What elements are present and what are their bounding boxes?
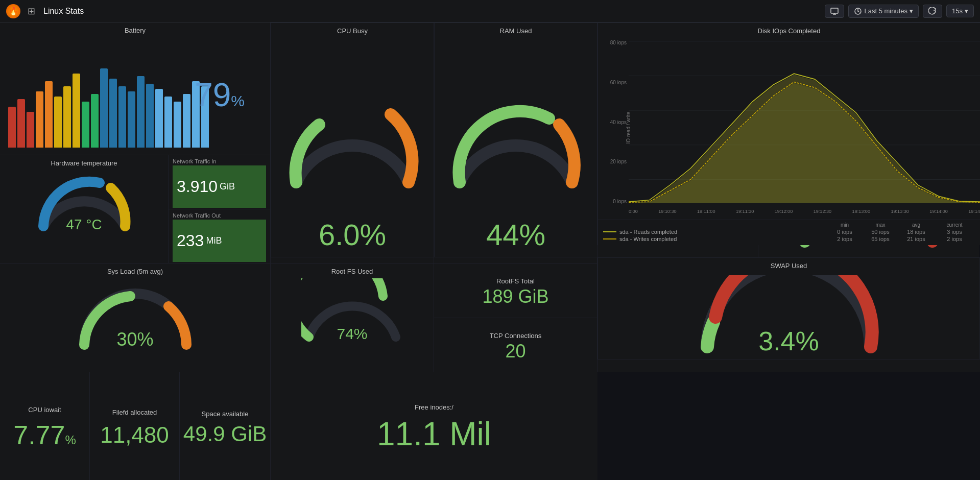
net-out-unit: MiB: [206, 235, 222, 246]
rootfs-tcp-panel: RootFS Total 189 GiB TCP Connections 20: [434, 263, 597, 371]
battery-bar: [8, 107, 16, 148]
disk-iops-y-label: IO read / write: [626, 112, 631, 144]
ram-used-large-gauge: [444, 83, 587, 195]
y-label-20: 20 iops: [602, 159, 627, 164]
app-title: Linux Stats: [43, 7, 84, 16]
disk-iops-title: Disk IOps Completed: [598, 23, 980, 36]
space-value: 49.9 GiB: [183, 422, 267, 446]
filefd-title: Filefd allocated: [112, 404, 157, 417]
swap-used-overlay-title: SWAP Used: [598, 258, 979, 271]
filefd-value: 11,480: [100, 422, 169, 448]
cpu-iowait-value-wrap: 7.77 %: [13, 420, 76, 450]
row-4: CPU iowait 7.77 % Filefd allocated 11,48…: [0, 372, 980, 480]
refresh-interval-button[interactable]: 15s ▾: [946, 5, 974, 17]
battery-bar: [82, 102, 89, 148]
col-avg-header: avg: [898, 222, 934, 228]
free-inodes-title: Free inodes:/: [415, 399, 453, 412]
reads-avg: 18 iops: [898, 229, 934, 235]
col-max-header: max: [863, 222, 898, 228]
battery-bar: [27, 112, 34, 148]
writes-legend-line: [603, 238, 616, 239]
cpu-busy-gauge-wrap: 6.0%: [271, 36, 434, 257]
reads-legend-label: sda - Reads completed: [619, 229, 827, 235]
net-in-value: 3.910: [177, 177, 218, 196]
hw-temp-title: Hardware temperature: [51, 155, 117, 168]
svg-text:19:12:00: 19:12:00: [775, 208, 793, 214]
y-label-0: 0 iops: [602, 199, 627, 204]
svg-text:19:11:30: 19:11:30: [736, 208, 754, 214]
cpu-iowait-title: CPU iowait: [28, 402, 61, 415]
rootfs-used-panel: Root FS Used 74%: [271, 263, 434, 371]
refresh-button[interactable]: [923, 5, 942, 18]
app-logo: 🔥: [6, 4, 20, 18]
grid-icon: ⊞: [28, 6, 35, 17]
sys-load-gauge: 30%: [74, 278, 197, 351]
ram-used-overlay-title: RAM Used: [435, 23, 597, 36]
battery-bar: [45, 81, 53, 148]
cpu-iowait-value: 7.77: [13, 420, 65, 450]
battery-panel: Battery: [0, 22, 271, 155]
battery-bar: [118, 86, 126, 148]
swap-used-overlay-value: 3.4%: [758, 326, 819, 356]
space-available-panel: Space available 49.9 GiB: [180, 372, 271, 480]
writes-legend-label: sda - Writes completed: [619, 236, 827, 242]
filefd-panel: Filefd allocated 11,480: [90, 372, 180, 480]
reads-min: 0 iops: [827, 229, 863, 235]
net-out-title: Network Traffic Out: [173, 212, 266, 219]
tcp-title: TCP Connections: [490, 328, 542, 341]
rootfs-total-item: RootFS Total 189 GiB: [434, 263, 597, 318]
net-in-box: Network Traffic In 3.910 GiB: [169, 155, 270, 209]
battery-bar: [137, 76, 145, 148]
tcp-item: TCP Connections 20: [434, 318, 597, 372]
swap-used-overlay: SWAP Used 3.4%: [597, 257, 980, 359]
topbar-controls: Last 5 minutes ▾ 15s ▾: [825, 5, 974, 18]
svg-text:19:11:00: 19:11:00: [697, 208, 715, 214]
cpu-busy-overlay: CPU Busy 6.0%: [271, 22, 434, 257]
battery-value: 79%: [195, 76, 245, 114]
time-range-button[interactable]: Last 5 minutes ▾: [848, 5, 919, 18]
writes-max: 65 iops: [863, 236, 898, 242]
writes-current: 2 iops: [934, 236, 975, 242]
cpu-busy-overlay-value: 6.0%: [319, 218, 386, 252]
svg-rect-0: [831, 8, 838, 13]
ram-used-gauge-wrap: 44%: [435, 36, 597, 257]
battery-bar: [17, 99, 25, 148]
net-in-unit: GiB: [220, 181, 235, 192]
ram-used-overlay: RAM Used 44%: [434, 22, 597, 257]
battery-bar: [54, 97, 62, 148]
reads-current: 3 iops: [934, 229, 975, 235]
monitor-button[interactable]: [825, 5, 844, 18]
net-in-value-box: 3.910 GiB: [173, 165, 266, 208]
hw-temp-panel: Hardware temperature 47 °C: [0, 155, 169, 263]
battery-bar: [174, 102, 181, 148]
disk-iops-chart-wrapper: IO read / write 19:10:00 19:10:30: [629, 36, 980, 220]
writes-avg: 21 iops: [898, 236, 934, 242]
reads-legend-line: [603, 231, 616, 232]
svg-text:19:13:30: 19:13:30: [891, 208, 909, 214]
svg-text:19:12:30: 19:12:30: [814, 208, 831, 214]
battery-bar: [128, 91, 135, 148]
rootfs-total-title: RootFS Total: [496, 273, 535, 286]
disk-iops-chart-area: 80 iops 60 iops 40 iops 20 iops 0 iops I…: [598, 36, 980, 220]
svg-text:19:14:30: 19:14:30: [968, 208, 980, 214]
sys-load-title: Sys Load (5m avg): [107, 263, 163, 276]
rootfs-used-gauge: 74%: [301, 278, 403, 344]
disk-iops-chart-svg: 19:10:00 19:10:30 19:11:00 19:11:30 19:1…: [629, 36, 980, 220]
rootfs-used-title: Root FS Used: [331, 263, 373, 276]
legend-header: min max avg current: [603, 222, 975, 228]
battery-bar: [63, 86, 71, 148]
swap-used-gauge-wrap: 3.4%: [697, 271, 881, 359]
sys-load-value: 30%: [116, 329, 153, 350]
net-out-box: Network Traffic Out 233 MiB: [169, 209, 270, 263]
svg-text:19:13:00: 19:13:00: [852, 208, 870, 214]
cpu-busy-overlay-title: CPU Busy: [271, 23, 434, 36]
sys-load-panel: Sys Load (5m avg) 30%: [0, 263, 271, 371]
disk-iops-y-axis: 80 iops 60 iops 40 iops 20 iops 0 iops: [598, 36, 629, 220]
battery-title: Battery: [0, 22, 270, 35]
net-out-value: 233: [177, 231, 204, 250]
y-label-80: 80 iops: [602, 40, 627, 45]
topbar: 🔥 ⊞ Linux Stats Last 5 minutes ▾ 15s ▾: [0, 0, 980, 22]
battery-bar: [91, 94, 99, 148]
net-in-title: Network Traffic In: [173, 158, 266, 164]
writes-legend-row: sda - Writes completed 2 iops 65 iops 21…: [603, 236, 975, 242]
